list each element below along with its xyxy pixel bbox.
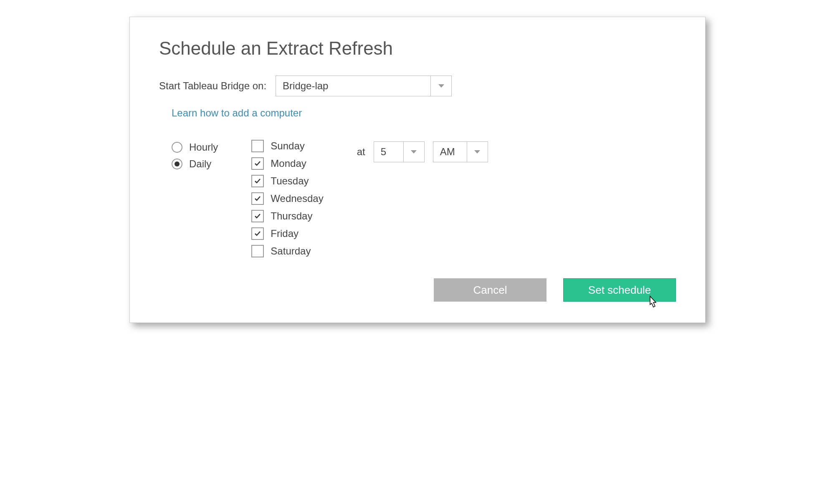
- day-label: Saturday: [271, 245, 311, 257]
- cancel-button[interactable]: Cancel: [434, 278, 547, 302]
- learn-link[interactable]: Learn how to add a computer: [172, 107, 302, 119]
- bridge-select-value: Bridge-lap: [276, 76, 430, 96]
- checkmark-icon: [254, 177, 261, 185]
- checkbox-icon: [251, 157, 264, 170]
- day-checkbox-wednesday[interactable]: Wednesday: [251, 192, 323, 205]
- day-checkbox-sunday[interactable]: Sunday: [251, 140, 323, 152]
- frequency-option-daily[interactable]: Daily: [172, 158, 218, 170]
- checkmark-icon: [254, 195, 261, 202]
- frequency-label: Daily: [189, 158, 211, 170]
- day-checkbox-thursday[interactable]: Thursday: [251, 210, 323, 222]
- days-checkbox-group: SundayMondayTuesdayWednesdayThursdayFrid…: [251, 140, 323, 257]
- caret-down-icon: [411, 150, 417, 154]
- day-label: Thursday: [271, 210, 312, 222]
- frequency-radio-group: Hourly Daily: [172, 141, 218, 170]
- checkbox-icon: [251, 227, 264, 240]
- frequency-label: Hourly: [189, 141, 218, 153]
- checkbox-icon: [251, 175, 264, 187]
- time-row: at 5 AM: [357, 141, 488, 162]
- day-checkbox-monday[interactable]: Monday: [251, 157, 323, 170]
- checkbox-icon: [251, 140, 264, 152]
- checkmark-icon: [254, 160, 261, 167]
- day-checkbox-tuesday[interactable]: Tuesday: [251, 175, 323, 187]
- checkbox-icon: [251, 210, 264, 222]
- ampm-select-value: AM: [433, 142, 467, 162]
- set-schedule-label: Set schedule: [588, 284, 651, 297]
- dialog-title: Schedule an Extract Refresh: [159, 38, 676, 59]
- frequency-option-hourly[interactable]: Hourly: [172, 141, 218, 153]
- checkmark-icon: [254, 230, 261, 237]
- day-label: Wednesday: [271, 193, 323, 204]
- day-checkbox-friday[interactable]: Friday: [251, 227, 323, 240]
- checkmark-icon: [254, 212, 261, 220]
- at-label: at: [357, 146, 365, 158]
- bridge-select-caret[interactable]: [430, 76, 451, 96]
- radio-dot-icon: [175, 161, 180, 166]
- radio-icon: [172, 159, 182, 169]
- hour-select-caret[interactable]: [403, 142, 424, 162]
- checkbox-icon: [251, 245, 264, 257]
- bridge-row: Start Tableau Bridge on: Bridge-lap: [159, 76, 676, 96]
- caret-down-icon: [438, 84, 444, 88]
- pointer-cursor-icon: [646, 295, 660, 311]
- day-checkbox-saturday[interactable]: Saturday: [251, 245, 323, 257]
- radio-icon: [172, 142, 182, 153]
- hour-select-value: 5: [374, 142, 403, 162]
- ampm-select[interactable]: AM: [433, 141, 488, 162]
- bridge-select[interactable]: Bridge-lap: [276, 76, 452, 96]
- dialog-button-row: Cancel Set schedule: [159, 278, 676, 302]
- day-label: Friday: [271, 228, 299, 239]
- hour-select[interactable]: 5: [374, 141, 425, 162]
- day-label: Sunday: [271, 140, 304, 152]
- set-schedule-button[interactable]: Set schedule: [563, 278, 676, 302]
- checkbox-icon: [251, 192, 264, 205]
- schedule-extract-dialog: Schedule an Extract Refresh Start Tablea…: [129, 17, 706, 323]
- ampm-select-caret[interactable]: [467, 142, 488, 162]
- day-label: Monday: [271, 158, 306, 169]
- day-label: Tuesday: [271, 175, 309, 187]
- bridge-label: Start Tableau Bridge on:: [159, 80, 266, 92]
- caret-down-icon: [474, 150, 480, 154]
- schedule-grid: Hourly Daily SundayMondayTuesdayWednesda…: [172, 140, 676, 257]
